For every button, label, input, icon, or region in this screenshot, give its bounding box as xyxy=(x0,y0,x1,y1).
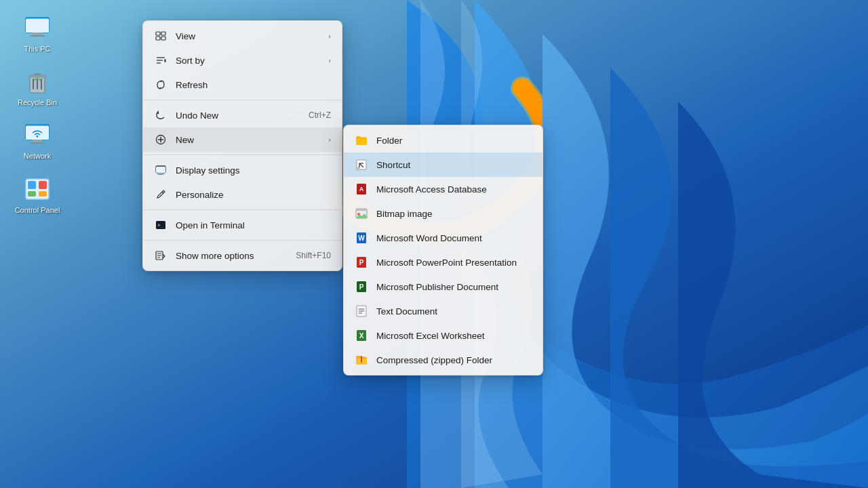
svg-rect-2 xyxy=(26,19,49,33)
desktop: This PC Recycle Bin xyxy=(0,0,868,488)
control-panel-icon xyxy=(23,175,52,203)
submenu-item-word[interactable]: W Microsoft Word Document xyxy=(344,226,542,250)
undo-new-label: Undo New xyxy=(176,110,300,121)
folder-label: Folder xyxy=(376,136,402,146)
refresh-icon xyxy=(154,78,167,92)
zip-label: Compressed (zipped) Folder xyxy=(376,355,492,365)
word-doc-icon: W xyxy=(355,231,368,245)
svg-rect-4 xyxy=(30,35,45,37)
display-settings-label: Display settings xyxy=(176,165,331,176)
svg-rect-54 xyxy=(361,361,362,362)
sort-by-icon xyxy=(154,54,167,67)
divider-3 xyxy=(143,209,342,210)
svg-text:▶_: ▶_ xyxy=(158,222,164,228)
svg-text:A: A xyxy=(359,186,364,192)
personalize-icon xyxy=(154,188,167,201)
submenu-item-publisher[interactable]: P Microsoft Publisher Document xyxy=(344,274,542,299)
folder-icon xyxy=(355,134,368,147)
menu-item-view[interactable]: View › xyxy=(143,24,342,48)
text-label: Text Document xyxy=(376,306,437,317)
excel-icon: X xyxy=(355,329,368,342)
desktop-icon-network[interactable]: Network xyxy=(14,121,61,161)
undo-new-shortcut: Ctrl+Z xyxy=(309,110,331,120)
refresh-label: Refresh xyxy=(176,80,331,90)
submenu-item-ppt[interactable]: P Microsoft PowerPoint Presentation xyxy=(344,250,542,274)
sort-by-label: Sort by xyxy=(176,56,320,66)
svg-rect-17 xyxy=(28,181,36,189)
submenu-item-excel[interactable]: X Microsoft Excel Worksheet xyxy=(344,323,542,348)
svg-text:P: P xyxy=(359,283,364,291)
new-icon xyxy=(154,133,167,146)
desktop-icon-control-panel[interactable]: Control Panel xyxy=(14,175,61,215)
menu-item-undo-new[interactable]: Undo New Ctrl+Z xyxy=(143,103,342,127)
show-more-options-icon xyxy=(154,249,167,262)
show-more-options-shortcut: Shift+F10 xyxy=(296,251,331,260)
svg-rect-14 xyxy=(30,142,45,144)
new-label: New xyxy=(176,135,320,145)
publisher-label: Microsoft Publisher Document xyxy=(376,282,498,292)
context-menu: View › Sort by › xyxy=(142,20,342,271)
menu-item-open-terminal[interactable]: ▶_ Open in Terminal xyxy=(143,213,342,237)
svg-rect-52 xyxy=(361,357,362,358)
sort-by-arrow: › xyxy=(328,56,331,64)
terminal-icon: ▶_ xyxy=(154,218,167,232)
view-label: View xyxy=(176,31,320,41)
menu-item-sort-by[interactable]: Sort by › xyxy=(143,48,342,73)
divider-1 xyxy=(143,100,342,100)
svg-rect-37 xyxy=(356,209,367,211)
desktop-icons-container: This PC Recycle Bin xyxy=(14,14,61,215)
desktop-icon-recycle-bin[interactable]: Recycle Bin xyxy=(14,67,61,107)
bitmap-label: Bitmap image xyxy=(376,209,433,219)
svg-rect-24 xyxy=(161,37,165,40)
network-label: Network xyxy=(24,152,51,161)
submenu-item-folder[interactable]: Folder xyxy=(344,128,542,152)
text-doc-icon xyxy=(355,304,368,318)
this-pc-icon xyxy=(23,14,52,42)
menu-item-refresh[interactable]: Refresh xyxy=(143,73,342,97)
svg-rect-19 xyxy=(28,191,36,197)
svg-rect-56 xyxy=(156,167,165,173)
submenu-item-zip[interactable]: Compressed (zipped) Folder xyxy=(344,348,542,372)
excel-label: Microsoft Excel Worksheet xyxy=(376,331,485,341)
svg-rect-10 xyxy=(34,73,41,75)
svg-rect-58 xyxy=(157,174,164,175)
publisher-icon: P xyxy=(355,280,368,293)
desktop-icon-this-pc[interactable]: This PC xyxy=(14,14,61,54)
divider-2 xyxy=(143,155,342,155)
new-arrow: › xyxy=(328,136,331,144)
svg-rect-22 xyxy=(161,32,165,35)
recycle-bin-label: Recycle Bin xyxy=(18,98,57,107)
this-pc-label: This PC xyxy=(24,45,50,54)
submenu-item-bitmap[interactable]: Bitmap image xyxy=(344,201,542,226)
svg-rect-57 xyxy=(159,173,163,174)
svg-text:X: X xyxy=(359,332,364,340)
svg-rect-20 xyxy=(39,191,47,197)
show-more-options-label: Show more options xyxy=(176,251,288,261)
svg-text:W: W xyxy=(358,235,365,242)
open-terminal-label: Open in Terminal xyxy=(176,220,331,230)
control-panel-label: Control Panel xyxy=(15,206,60,215)
svg-rect-13 xyxy=(33,140,42,142)
svg-rect-23 xyxy=(156,37,160,40)
view-icon xyxy=(154,29,167,43)
submenu-item-access-db[interactable]: A Microsoft Access Database xyxy=(344,177,542,201)
bitmap-icon xyxy=(355,207,368,220)
menu-item-show-more-options[interactable]: Show more options Shift+F10 xyxy=(143,243,342,268)
submenu-item-text[interactable]: Text Document xyxy=(344,299,542,323)
access-db-icon: A xyxy=(355,182,368,196)
svg-rect-12 xyxy=(26,126,49,140)
word-label: Microsoft Word Document xyxy=(376,233,482,243)
svg-text:P: P xyxy=(359,259,364,266)
svg-rect-9 xyxy=(28,75,46,77)
shortcut-icon xyxy=(355,158,368,171)
menu-item-display-settings[interactable]: Display settings xyxy=(143,158,342,182)
menu-item-personalize[interactable]: Personalize xyxy=(143,182,342,207)
svg-rect-18 xyxy=(39,181,47,189)
svg-point-15 xyxy=(37,136,39,138)
access-db-label: Microsoft Access Database xyxy=(376,184,487,195)
ppt-icon: P xyxy=(355,256,368,269)
ppt-label: Microsoft PowerPoint Presentation xyxy=(376,258,517,268)
svg-rect-53 xyxy=(361,359,362,360)
menu-item-new[interactable]: New › Folder xyxy=(143,127,342,152)
submenu-item-shortcut[interactable]: Shortcut xyxy=(344,152,542,177)
